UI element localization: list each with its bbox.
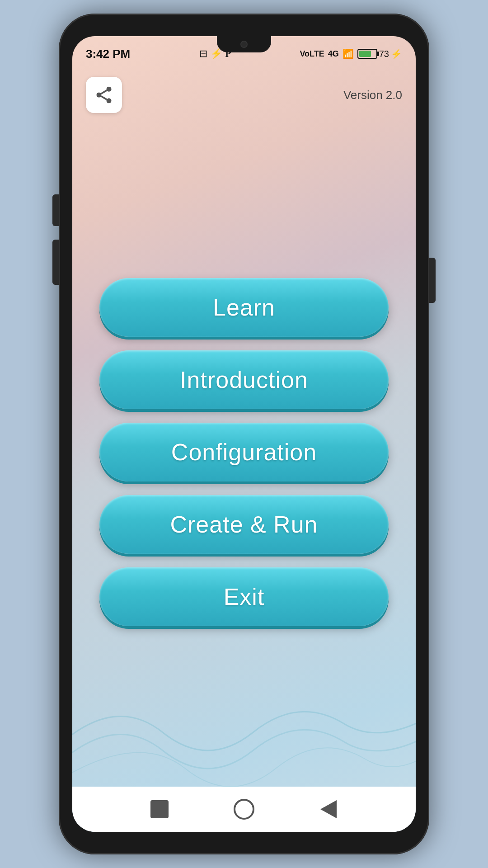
bottom-navigation	[72, 787, 416, 832]
introduction-button[interactable]: Introduction	[99, 350, 389, 409]
svg-line-4	[101, 90, 107, 94]
battery-indicator: 73 ⚡	[357, 48, 402, 59]
share-icon	[94, 85, 114, 105]
message-icon: ⊟	[199, 48, 207, 60]
exit-button[interactable]: Exit	[99, 567, 389, 626]
share-button[interactable]	[86, 77, 122, 113]
stop-button[interactable]	[146, 796, 173, 823]
back-button[interactable]	[315, 796, 342, 823]
configuration-button[interactable]: Configuration	[99, 423, 389, 481]
volume-up-button[interactable]	[52, 194, 59, 226]
camera	[240, 41, 248, 48]
phone-device: 3:42 PM ⊟ ⚡ 𝐏 VoLTE 4G 📶 73 ⚡	[59, 14, 429, 854]
charging-icon: ⚡	[391, 48, 402, 59]
main-buttons-area: Learn Introduction Configuration Create …	[72, 118, 416, 787]
volte-icon: VoLTE	[300, 49, 324, 59]
svg-point-0	[107, 87, 112, 92]
version-label: Version 2.0	[343, 88, 402, 102]
phone-screen: 3:42 PM ⊟ ⚡ 𝐏 VoLTE 4G 📶 73 ⚡	[72, 36, 416, 832]
svg-point-1	[97, 93, 102, 98]
signal-icon: 📶	[343, 48, 354, 59]
network-4g-icon: 4G	[328, 49, 339, 59]
app-content: Version 2.0 Learn Introduction Configura…	[72, 68, 416, 787]
svg-line-3	[101, 96, 107, 99]
volume-down-button[interactable]	[52, 240, 59, 285]
battery-percent: 73	[379, 49, 389, 59]
status-icons-right: VoLTE 4G 📶 73 ⚡	[300, 48, 402, 59]
learn-button[interactable]: Learn	[99, 278, 389, 337]
top-bar: Version 2.0	[72, 68, 416, 118]
stop-icon	[150, 800, 169, 818]
notch	[217, 36, 271, 52]
home-icon	[234, 799, 254, 820]
battery-icon	[357, 49, 377, 59]
back-icon	[320, 800, 337, 818]
status-time: 3:42 PM	[86, 47, 130, 61]
create-run-button[interactable]: Create & Run	[99, 495, 389, 554]
home-button[interactable]	[230, 796, 258, 823]
battery-fill	[359, 51, 371, 57]
power-button[interactable]	[429, 258, 436, 303]
svg-point-2	[107, 98, 112, 103]
